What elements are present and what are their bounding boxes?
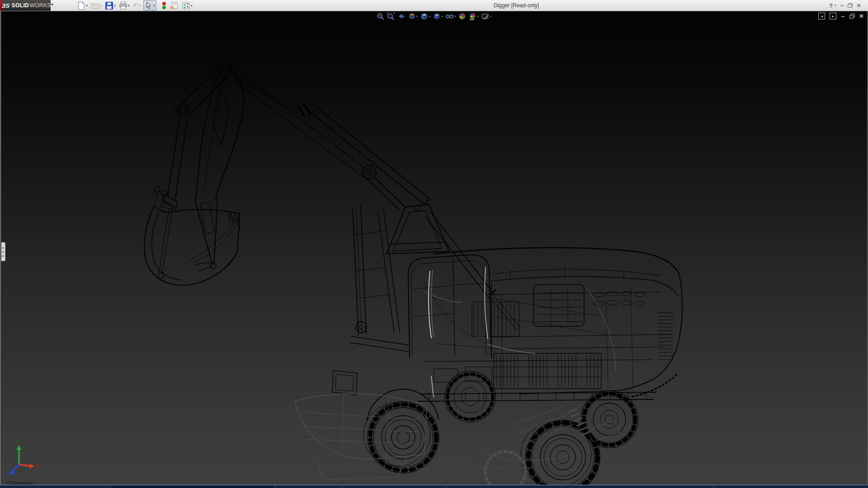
pane-toggle-left-icon[interactable]: ◀ [818, 13, 825, 19]
edit-appearance-icon[interactable] [458, 12, 467, 20]
toolbar-overflow-arrow[interactable]: ▸ [52, 2, 54, 6]
select-dropdown[interactable]: ▾ [153, 4, 155, 8]
document-window-controls: ◀ ▶ – × [818, 13, 863, 19]
options-dropdown[interactable]: ▾ [191, 4, 193, 8]
window-restore-button[interactable] [848, 3, 853, 8]
undo-dropdown[interactable]: ▾ [139, 4, 141, 8]
undo-button[interactable]: ↶ ▾ [132, 0, 142, 10]
taskbar-separator [342, 485, 342, 488]
undo-icon: ↶ [133, 1, 139, 9]
window-minimize-button[interactable]: – [840, 3, 844, 8]
orientation-triad: Y X Z [4, 440, 39, 476]
hide-show-items-icon[interactable]: ▾ [446, 12, 456, 20]
display-style-icon[interactable]: ▾ [433, 12, 443, 20]
hide-show-items-dropdown[interactable]: ▾ [454, 14, 456, 19]
section-view-dropdown[interactable]: ▾ [416, 14, 418, 19]
print-button[interactable]: ▾ [118, 0, 131, 10]
open-button[interactable]: ▾ [90, 0, 103, 10]
rebuild-traffic-light-button[interactable] [160, 0, 168, 10]
help-button[interactable]: ? [829, 2, 833, 9]
select-button[interactable]: ▾ [143, 0, 156, 11]
view-orientation-dropdown[interactable]: ▾ [429, 14, 430, 19]
solidworks-logo-bold: SOLID [12, 2, 29, 9]
options-button[interactable]: ▾ [181, 0, 193, 10]
window-left-edge-inner [1, 11, 1, 488]
view-orientation-icon[interactable]: ▾ [420, 12, 430, 20]
new-document-dropdown[interactable]: ▾ [86, 4, 88, 8]
expander-arrow-icon: ◀ [2, 254, 4, 258]
save-button[interactable]: ▾ [104, 0, 117, 10]
open-dropdown[interactable]: ▾ [100, 4, 102, 8]
windows-taskbar-edge[interactable] [0, 485, 868, 488]
display-style-dropdown[interactable]: ▾ [441, 14, 443, 19]
solidworks-window: { "window": { "title": "Digger [Read-onl… [0, 0, 868, 488]
heads-up-view-toolbar: ▾ ▾ ▾ ▾ ▾ ▾ [376, 12, 491, 20]
pane-left-glyph: ◀ [821, 14, 823, 18]
expander-arrow-icon: ◀ [2, 250, 4, 254]
bucket-group [144, 206, 240, 285]
window-title: Digger [Read-only] [494, 2, 539, 9]
expander-arrow-icon: ◀ [2, 246, 4, 250]
document-close-button[interactable]: × [859, 13, 863, 19]
section-view-icon[interactable]: ▾ [407, 12, 418, 20]
boom-group [155, 62, 520, 395]
title-bar-controls: ? ▾ – × [829, 0, 861, 11]
zoom-to-area-icon[interactable] [387, 12, 395, 20]
pane-toggle-right-icon[interactable]: ▶ [830, 13, 836, 19]
triad-z-label: Z [4, 471, 6, 476]
solidworks-logo: ЗS SOLID WORKS [2, 0, 51, 11]
file-properties-button[interactable] [169, 0, 179, 10]
window-close-button[interactable]: × [857, 3, 861, 8]
help-dropdown[interactable]: ▾ [835, 4, 836, 7]
triad-y-label: Y [16, 440, 19, 445]
triad-x-label: X [36, 464, 39, 469]
body-group [367, 248, 682, 420]
title-bar: ЗS SOLID WORKS ▸ ▾ ▾ ▾ ▾ ↶ ▾ ▾ [0, 0, 868, 11]
taskbar-active-segment[interactable] [112, 485, 274, 488]
pane-right-glyph: ▶ [832, 14, 835, 18]
view-settings-icon[interactable]: ▾ [481, 12, 492, 20]
apply-scene-dropdown[interactable]: ▾ [477, 14, 479, 19]
taskbar-separator [713, 485, 713, 488]
new-document-button[interactable]: ▾ [76, 0, 89, 10]
view-settings-dropdown[interactable]: ▾ [490, 14, 492, 19]
document-restore-button[interactable] [849, 14, 855, 19]
solidworks-logo-light: WORKS [29, 2, 51, 9]
standard-toolbar: ▾ ▾ ▾ ▾ ↶ ▾ ▾ ▾ [76, 0, 195, 10]
taskbar-separator [447, 485, 447, 488]
save-dropdown[interactable]: ▾ [114, 4, 116, 8]
previous-view-icon[interactable] [397, 12, 405, 20]
taskbar-separator [580, 485, 580, 488]
apply-scene-icon[interactable]: ▾ [469, 12, 479, 20]
solidworks-logo-glyph: ЗS [2, 2, 10, 9]
zoom-to-fit-icon[interactable] [376, 12, 384, 20]
document-minimize-button[interactable]: – [841, 14, 844, 18]
wireframe-digger-model[interactable]: Y X Z [0, 0, 868, 488]
print-dropdown[interactable]: ▾ [128, 4, 130, 8]
